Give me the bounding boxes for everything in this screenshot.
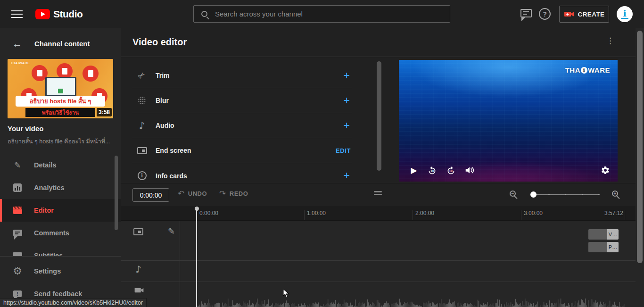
monitor-illustration — [45, 77, 76, 97]
ruler-label: 1:00:00 — [307, 210, 326, 216]
sidebar-item-subtitles[interactable]: Subtitles — [0, 244, 121, 256]
info-icon: i — [137, 171, 147, 181]
panel-resize-handle[interactable] — [374, 191, 382, 195]
undo-arrow-icon: ↶ — [178, 190, 185, 198]
tools-panel-scrollbar[interactable] — [377, 61, 381, 171]
search-input[interactable] — [214, 9, 450, 18]
page-scrollbar-track[interactable] — [636, 28, 644, 307]
account-avatar[interactable]: i — [617, 6, 633, 22]
youtube-play-icon — [35, 9, 50, 19]
your-video-title: Your video — [8, 124, 43, 133]
tool-label: Blur — [156, 97, 342, 104]
thumbnail-title-line1: อธิบาย hosts file สั้น ๆ — [16, 96, 105, 107]
video-description: อธิบายสั้น ๆ hosts file คืออะไร มีหน้าที… — [8, 137, 115, 146]
tool-row-end-screen: End screenEDIT — [132, 138, 352, 163]
svg-text:10: 10 — [449, 169, 453, 173]
tool-row-trim: ✂Trim+ — [132, 63, 352, 88]
edit-end-screen-button[interactable]: EDIT — [335, 147, 352, 154]
sidebar-item-label: Editor — [34, 207, 54, 214]
studio-logo-text: Studio — [53, 8, 83, 20]
end-screen-element-label: V… — [607, 229, 619, 240]
blur-icon — [137, 95, 147, 106]
player-controls: ▶ 10 10 — [399, 165, 618, 178]
sidebar-menu: ✎DetailsAnalyticsEditorCommentsSubtitles — [0, 154, 121, 256]
back-arrow-icon[interactable]: ← — [12, 39, 22, 49]
tool-row-audio: ♪Audio+ — [132, 113, 352, 138]
main-header: Video editor ⋮ — [121, 28, 636, 57]
sidebar-header: ← Channel content — [0, 28, 121, 58]
zoom-in-icon[interactable]: + — [612, 191, 620, 199]
editor-tools-panel: ✂Trim+Blur+♪Audio+End screenEDITiInfo ca… — [132, 63, 352, 183]
audio-track-icon: ♪ — [135, 265, 141, 274]
create-button[interactable]: + CREATE — [559, 6, 609, 23]
create-button-label: CREATE — [578, 11, 605, 18]
redo-button[interactable]: ↷ REDO — [216, 189, 251, 198]
watermark-i-icon: i — [581, 67, 587, 74]
ruler-label: 3:00:00 — [524, 210, 543, 216]
end-screen-element-bar[interactable]: V… — [588, 229, 619, 240]
channel-search-box[interactable] — [193, 5, 450, 23]
tool-label: Trim — [156, 72, 342, 79]
thumbnail-title-line2: พร้อมวิธีใช้งาน — [25, 108, 95, 117]
bar-chart-icon — [12, 183, 23, 193]
page-scrollbar-thumb[interactable] — [637, 31, 643, 263]
add-audio-button[interactable]: + — [342, 120, 352, 131]
timeline-tracks: ✎ V…P… ♪ — [121, 221, 636, 307]
tool-row-blur: Blur+ — [132, 88, 352, 113]
playhead-line[interactable] — [196, 209, 197, 307]
end-screen-element-bar[interactable]: P… — [588, 242, 619, 252]
svg-text:+: + — [566, 12, 569, 17]
end-screen-icon — [137, 145, 147, 156]
timeline-zoom-slider[interactable] — [530, 191, 599, 198]
sidebar-item-label: Subtitles — [34, 252, 63, 256]
play-button[interactable]: ▶ — [408, 165, 420, 176]
video-camera-plus-icon: + — [564, 10, 574, 18]
end-screen-element-label: P… — [607, 242, 619, 252]
forward-10-button[interactable]: 10 — [445, 165, 456, 176]
end-screen-track-icon — [133, 228, 143, 235]
top-bar: Studio ? + CREATE i — [0, 0, 644, 28]
rewind-10-button[interactable]: 10 — [426, 165, 438, 176]
subtitles-icon — [12, 250, 23, 256]
timeline-toolbar: 0:00:00 ↶ UNDO ↷ REDO − + — [121, 183, 636, 206]
youtube-studio-video-editor: Studio ? + CREATE i ← Channel content T — [0, 0, 644, 307]
add-blur-button[interactable]: + — [342, 95, 352, 106]
feedback-icon: ! — [12, 289, 23, 299]
video-duration-badge: 3:58 — [97, 108, 112, 116]
add-info-cards-button[interactable]: + — [342, 170, 352, 181]
help-icon[interactable]: ? — [539, 8, 551, 20]
sidebar-item-label: Settings — [34, 267, 61, 275]
undo-button[interactable]: ↶ UNDO — [175, 189, 210, 198]
audio-waveform[interactable] — [197, 299, 625, 307]
video-thumbnail[interactable]: THAIWARE อธิบาย hosts file สั้น ๆ พร้อมว… — [8, 59, 113, 118]
redo-arrow-icon: ↷ — [219, 190, 226, 198]
sidebar-item-analytics[interactable]: Analytics — [0, 176, 121, 199]
zoom-slider-thumb[interactable] — [530, 191, 537, 198]
timeline: 0:00:00 ↶ UNDO ↷ REDO − + 0:00:001:00:00… — [121, 183, 636, 307]
pencil-icon: ✎ — [12, 160, 23, 170]
current-time-field[interactable]: 0:00:00 — [132, 188, 169, 202]
add-trim-button[interactable]: + — [342, 70, 352, 81]
sidebar-item-editor[interactable]: Editor — [0, 199, 121, 222]
kebab-menu-icon[interactable]: ⋮ — [606, 36, 614, 45]
sidebar-item-details[interactable]: ✎Details — [0, 154, 121, 176]
sidebar-item-label: Analytics — [34, 184, 64, 191]
sidebar: ← Channel content THAIWARE อธิบาย hosts … — [0, 28, 121, 307]
zoom-out-icon[interactable]: − — [510, 191, 518, 199]
sidebar-scrollbar[interactable] — [115, 156, 118, 230]
volume-icon[interactable] — [464, 165, 475, 176]
ruler-label: 2:00:00 — [415, 210, 434, 216]
video-track-icon — [134, 287, 144, 296]
sidebar-item-settings[interactable]: ⚙Settings — [0, 260, 121, 282]
player-settings-gear-icon[interactable] — [600, 165, 611, 176]
hamburger-menu-icon[interactable] — [11, 10, 23, 18]
doc-circle-icon — [83, 66, 99, 82]
music-note-icon: ♪ — [137, 120, 147, 131]
edit-end-screen-icon[interactable]: ✎ — [168, 227, 175, 236]
video-preview[interactable]: THAiWARE ▶ 10 10 — [399, 60, 618, 182]
sidebar-item-comments[interactable]: Comments — [0, 222, 121, 244]
search-icon — [201, 11, 207, 17]
feedback-icon[interactable] — [520, 9, 532, 17]
thaiware-avatar-icon: i — [623, 9, 626, 17]
youtube-studio-logo[interactable]: Studio — [35, 8, 83, 20]
